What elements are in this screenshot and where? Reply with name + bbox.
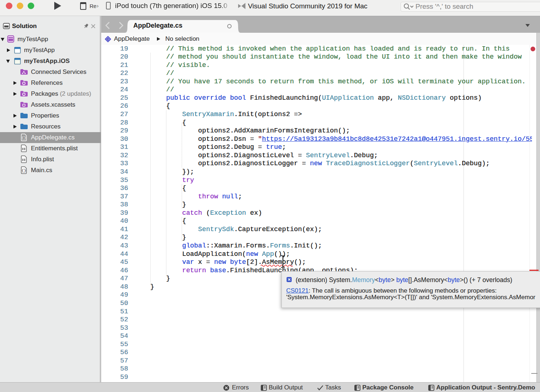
svg-text:{}: {} — [21, 169, 26, 173]
svg-text:{}: {} — [21, 136, 26, 140]
svg-text:C: C — [107, 37, 109, 41]
